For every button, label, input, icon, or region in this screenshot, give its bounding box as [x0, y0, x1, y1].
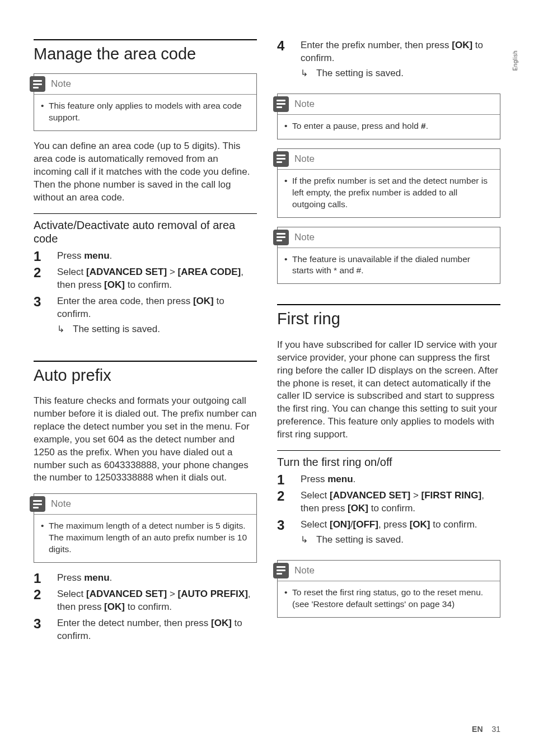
step-result: The setting is saved.	[57, 323, 257, 336]
note-text: The maximum length of a detect number is…	[49, 520, 247, 556]
note-icon	[273, 563, 289, 578]
note-area-code-support: Note This feature only applies to models…	[34, 73, 257, 131]
step-result: The setting is saved.	[301, 67, 500, 80]
note-label: Note	[294, 232, 315, 243]
heading-first-ring: First ring	[277, 304, 500, 328]
note-text: To enter a pause, press and hold #.	[292, 120, 491, 132]
note-reset-first-ring: Note To reset the first ring status, go …	[277, 560, 500, 618]
note-icon	[30, 76, 45, 92]
step-result: The setting is saved.	[301, 534, 500, 547]
note-text: If the prefix number is set and the dete…	[292, 175, 491, 211]
heading-turn-first-ring: Turn the first ring on/off	[277, 450, 500, 469]
note-icon	[30, 496, 45, 512]
footer-lang: EN	[472, 725, 483, 734]
step-3: Enter the area code, then press [OK] to …	[34, 295, 257, 336]
auto-prefix-steps: Press menu. Select [ADVANCED SET] > [AUT…	[34, 572, 257, 646]
step-2: Select [ADVANCED SET] > [AREA CODE], the…	[34, 266, 257, 292]
heading-auto-prefix: Auto prefix	[34, 361, 257, 385]
step-2: Select [ADVANCED SET] > [FIRST RING], th…	[277, 489, 500, 515]
page-footer: EN 31	[472, 725, 500, 734]
note-text: The feature is unavailable if the dialed…	[292, 254, 491, 277]
note-icon	[273, 96, 289, 112]
first-ring-steps: Press menu. Select [ADVANCED SET] > [FIR…	[277, 473, 500, 550]
note-label: Note	[294, 99, 315, 110]
note-text: This feature only applies to models with…	[49, 100, 247, 124]
step-2: Select [ADVANCED SET] > [AUTO PREFIX], t…	[34, 588, 257, 614]
note-prefix-length: Note The maximum length of a detect numb…	[34, 493, 257, 563]
note-icon	[273, 151, 289, 167]
area-code-steps: Press menu. Select [ADVANCED SET] > [ARE…	[34, 250, 257, 339]
note-label: Note	[51, 498, 71, 510]
right-column: Enter the prefix number, then press [OK]…	[277, 39, 500, 656]
heading-activate-area-code: Activate/Deactivate auto removal of area…	[34, 213, 257, 245]
step-1: Press menu.	[277, 473, 500, 486]
note-pause: Note To enter a pause, press and hold #.	[277, 94, 500, 139]
step-3: Enter the detect number, then press [OK]…	[34, 617, 257, 643]
left-column: Manage the area code Note This feature o…	[34, 39, 257, 656]
hash-key-icon: #	[421, 120, 426, 132]
language-tab: English	[512, 50, 518, 71]
first-ring-description: If you have subscribed for caller ID ser…	[277, 339, 500, 442]
note-unavailable: Note The feature is unavailable if the d…	[277, 227, 500, 284]
note-empty-detect: Note If the prefix number is set and the…	[277, 148, 500, 218]
auto-prefix-steps-cont: Enter the prefix number, then press [OK]…	[277, 39, 500, 83]
note-text: To reset the first ring status, go to th…	[292, 587, 491, 610]
note-icon	[273, 230, 289, 245]
note-label: Note	[294, 153, 315, 165]
step-1: Press menu.	[34, 250, 257, 263]
step-1: Press menu.	[34, 572, 257, 585]
area-code-description: You can define an area code (up to 5 dig…	[34, 140, 257, 204]
note-label: Note	[294, 565, 315, 576]
step-4: Enter the prefix number, then press [OK]…	[277, 39, 500, 80]
step-3: Select [ON]/[OFF], press [OK] to confirm…	[277, 519, 500, 547]
footer-page-number: 31	[491, 725, 500, 734]
auto-prefix-description: This feature checks and formats your out…	[34, 395, 257, 485]
heading-manage-area-code: Manage the area code	[34, 39, 257, 63]
note-label: Note	[51, 78, 71, 90]
